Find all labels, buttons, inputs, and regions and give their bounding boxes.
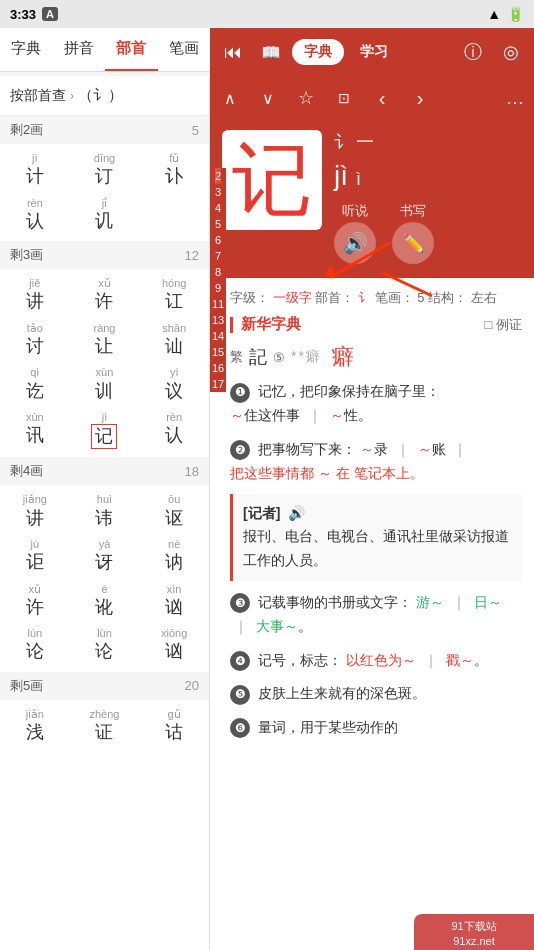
nav2-next-btn[interactable]: ›	[404, 82, 436, 114]
list-item[interactable]: jiǎng 讲	[0, 489, 70, 534]
section-2hua-count: 5	[192, 123, 199, 138]
list-item[interactable]: zhèng 证	[70, 704, 140, 749]
char-big: 记	[232, 140, 312, 220]
nav2-star-btn[interactable]: ☆	[290, 82, 322, 114]
list-item[interactable]: hóng 讧	[139, 273, 209, 318]
definition-3: ❸ 记载事物的书册或文字： 游～ ｜ 日～ ｜ 大事～。	[230, 591, 522, 639]
write-label: 书写	[400, 202, 426, 220]
meta-label4: 结构：	[428, 290, 467, 305]
listen-btn[interactable]: 🔊	[334, 222, 376, 264]
list-item[interactable]: jì 计	[0, 148, 70, 193]
list-item[interactable]: lùn 论	[70, 623, 140, 668]
right-toolbar: ⏮ 📖 字典 学习 ⓘ ◎	[210, 28, 534, 76]
example-word: [记者]	[243, 505, 280, 521]
list-item[interactable]: jǐ 讥	[70, 193, 140, 238]
right-panel: 2 3 4 5 6 7 8 9 11 13 14 15 16 17 ∧ ∨ ☆ …	[210, 76, 534, 950]
nav2-down-btn[interactable]: ∨	[252, 82, 284, 114]
list-item[interactable]: tǎo 讨	[0, 318, 70, 363]
nav2-up-btn[interactable]: ∧	[214, 82, 246, 114]
write-btn[interactable]: ✏️	[392, 222, 434, 264]
list-item[interactable]: xǔ 许	[0, 579, 70, 624]
nav2-prev-btn[interactable]: ‹	[366, 82, 398, 114]
tab-bushou[interactable]: 部首	[105, 28, 158, 71]
info-btn[interactable]: ⓘ	[456, 35, 490, 69]
trad-row: 繁 記 ⑤ **癖 癖	[230, 342, 522, 372]
side-num-4[interactable]: 4	[215, 200, 221, 216]
section-2hua: 剩2画 5	[0, 116, 209, 144]
char-grid-4hua: jiǎng 讲 huì 讳 ōu 讴 jù 讵 yà 讶 nè 讷	[0, 485, 209, 671]
list-item[interactable]: nè 讷	[139, 534, 209, 579]
settings-btn[interactable]: ◎	[494, 35, 528, 69]
def-num-6: ❻	[230, 718, 250, 738]
side-num-7[interactable]: 7	[215, 248, 221, 264]
list-item[interactable]: jiǎn 浅	[0, 704, 70, 749]
lizheng-btn[interactable]: □ 例证	[485, 316, 522, 334]
list-item[interactable]: yà 讶	[70, 534, 140, 579]
tab-pinyin[interactable]: 拼音	[53, 28, 106, 71]
example-text: 报刊、电台、电视台、通讯社里做采访报道工作的人员。	[243, 528, 509, 568]
nav2-dots-btn[interactable]: …	[500, 88, 530, 109]
example-speaker-icon[interactable]: 🔊	[288, 505, 305, 521]
list-item[interactable]: gǔ 诂	[139, 704, 209, 749]
char-grid-5hua: jiǎn 浅 zhèng 证 gǔ 诂	[0, 700, 209, 753]
meta-val4: 左右	[471, 290, 497, 305]
char-info-right: 讠一 jì ì 听说 🔊 书写 ✏️	[334, 130, 522, 264]
side-num-5[interactable]: 5	[215, 216, 221, 232]
list-item[interactable]: xùn 训	[70, 362, 140, 407]
side-num-2[interactable]: 2	[215, 168, 221, 184]
side-num-14[interactable]: 14	[212, 328, 224, 344]
tab-zidian[interactable]: 字典	[0, 28, 53, 71]
section-3hua-count: 12	[185, 248, 199, 263]
def-num-3: ❸	[230, 593, 250, 613]
def-num-4: ❹	[230, 651, 250, 671]
book-btn[interactable]: 📖	[254, 35, 288, 69]
meta-val1: 一级字	[273, 290, 312, 305]
side-num-9[interactable]: 9	[215, 280, 221, 296]
list-item[interactable]: dīng 订	[70, 148, 140, 193]
nav2-copy-btn[interactable]: ⊡	[328, 82, 360, 114]
list-item[interactable]: é 讹	[70, 579, 140, 624]
list-item[interactable]: rèn 认	[0, 193, 70, 238]
list-item[interactable]: jù 讵	[0, 534, 70, 579]
xue-tab-btn[interactable]: 学习	[348, 39, 400, 65]
list-item[interactable]: qì 讫	[0, 362, 70, 407]
trad-char: 記	[249, 345, 267, 369]
char-meta: 字级： 一级字 部首： 讠 笔画： 5 结构： 左右	[230, 286, 522, 309]
char-grid-2hua: jì 计 dīng 订 fǔ 讣 rèn 认 jǐ 讥	[0, 144, 209, 241]
list-item[interactable]: jiě 讲	[0, 273, 70, 318]
list-item[interactable]: xǔ 许	[70, 273, 140, 318]
list-item[interactable]: shān 讪	[139, 318, 209, 363]
side-num-16[interactable]: 16	[212, 360, 224, 376]
pencil-icon: ✏️	[402, 232, 424, 254]
list-item-selected[interactable]: jì 记	[70, 407, 140, 454]
side-num-3[interactable]: 3	[215, 184, 221, 200]
write-col: 书写 ✏️	[392, 202, 434, 264]
side-num-8[interactable]: 8	[215, 264, 221, 280]
list-item[interactable]: lún 论	[0, 623, 70, 668]
list-item[interactable]: xìn 讻	[139, 579, 209, 624]
side-num-6[interactable]: 6	[215, 232, 221, 248]
tab-bihua[interactable]: 笔画	[158, 28, 211, 71]
section-5hua-count: 20	[185, 678, 199, 693]
list-item[interactable]: xùn 讯	[0, 407, 70, 454]
prev-track-btn[interactable]: ⏮	[216, 35, 250, 69]
side-num-13[interactable]: 13	[212, 312, 224, 328]
list-item[interactable]: rèn 认	[139, 407, 209, 454]
list-item[interactable]: ràng 让	[70, 318, 140, 363]
red-char-chou: 癖	[332, 342, 354, 372]
char-pinyin-main: jì	[334, 160, 348, 192]
list-item[interactable]: yì 议	[139, 362, 209, 407]
side-num-11[interactable]: 11	[212, 296, 224, 312]
list-item[interactable]: ōu 讴	[139, 489, 209, 534]
dict-tab-btn[interactable]: 字典	[292, 39, 344, 65]
breadcrumb-arrow: ›	[70, 89, 74, 103]
list-item[interactable]: xiōng 讻	[139, 623, 209, 668]
side-num-15[interactable]: 15	[212, 344, 224, 360]
speaker-icon: 🔊	[343, 231, 368, 255]
side-num-17[interactable]: 17	[212, 376, 224, 392]
definition-1: ❶ 记忆，把印象保持在脑子里： ～住这件事 ｜ ～性。	[230, 380, 522, 428]
list-item[interactable]: huì 讳	[70, 489, 140, 534]
char-display: 记 讠一 jì ì 听说 🔊	[210, 120, 534, 278]
definition-6: ❻ 量词，用于某些动作的	[230, 716, 522, 740]
list-item[interactable]: fǔ 讣	[139, 148, 209, 193]
